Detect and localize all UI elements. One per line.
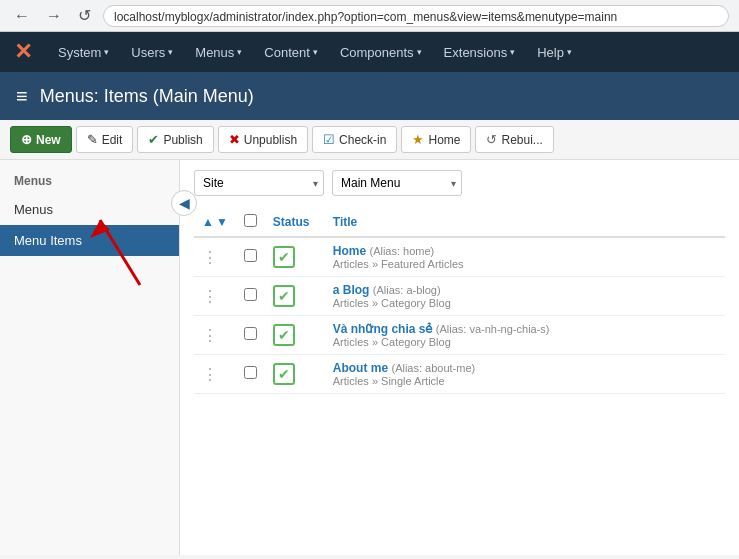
item-alias: (Alias: a-blog) [373,284,441,296]
title-cell: About me (Alias: about-me) Articles » Si… [325,355,725,394]
row-checkbox[interactable] [244,288,257,301]
page-header: ≡ Menus: Items (Main Menu) [0,72,739,120]
toolbar: ⊕ New ✎ Edit ✔ Publish ✖ Unpublish ☑ Che… [0,120,739,160]
checkbox-cell [236,237,265,277]
item-title[interactable]: Home [333,244,366,258]
url-bar[interactable]: localhost/myblogx/administrator/index.ph… [103,5,729,27]
sidebar-collapse-icon[interactable]: ◀ [171,190,197,216]
nav-menus[interactable]: Menus ▾ [185,39,252,66]
home-button[interactable]: ★ Home [401,126,471,153]
checkbox-cell [236,355,265,394]
item-title[interactable]: About me [333,361,388,375]
drag-cell: ⋮ [194,277,236,316]
nav-help-caret: ▾ [567,47,572,57]
menu-filter-wrapper: Main Menu ▾ [332,170,462,196]
row-checkbox[interactable] [244,327,257,340]
checkin-label: Check-in [339,133,386,147]
nav-content-caret: ▾ [313,47,318,57]
home-icon: ★ [412,132,424,147]
status-badge[interactable]: ✔ [273,285,295,307]
main-content: Site ▾ Main Menu ▾ ▲ ▼ [180,160,739,555]
status-cell: ✔ [265,355,325,394]
nav-users-caret: ▾ [168,47,173,57]
nav-users[interactable]: Users ▾ [121,39,183,66]
drag-cell: ⋮ [194,316,236,355]
item-alias: (Alias: home) [369,245,434,257]
status-badge[interactable]: ✔ [273,324,295,346]
nav-extensions[interactable]: Extensions ▾ [434,39,526,66]
th-drag: ▲ ▼ [194,208,236,237]
new-button[interactable]: ⊕ New [10,126,72,153]
table-row: ⋮ ✔ a Blog (Alias: a-blog) Articles » Ca… [194,277,725,316]
nav-components[interactable]: Components ▾ [330,39,432,66]
sidebar-item-menus[interactable]: Menus [0,194,179,225]
joomla-logo: ✕ [8,39,38,65]
edit-label: Edit [102,133,123,147]
drag-handle-icon[interactable]: ⋮ [202,366,218,383]
drag-cell: ⋮ [194,355,236,394]
content-area: Menus Menus Menu Items ◀ Site ▾ Main Men… [0,160,739,555]
new-label: New [36,133,61,147]
nav-content[interactable]: Content ▾ [254,39,328,66]
nav-content-label: Content [264,45,310,60]
nav-system[interactable]: System ▾ [48,39,119,66]
nav-components-label: Components [340,45,414,60]
nav-components-caret: ▾ [417,47,422,57]
sidebar: Menus Menus Menu Items ◀ [0,160,180,555]
site-filter-wrapper: Site ▾ [194,170,324,196]
nav-menus-label: Menus [195,45,234,60]
unpublish-icon: ✖ [229,132,240,147]
rebuild-label: Rebui... [501,133,542,147]
publish-button[interactable]: ✔ Publish [137,126,213,153]
new-icon: ⊕ [21,132,32,147]
back-button[interactable]: ← [10,5,34,27]
row-checkbox[interactable] [244,366,257,379]
select-all-checkbox[interactable] [244,214,257,227]
status-badge[interactable]: ✔ [273,246,295,268]
items-table: ▲ ▼ Status Title ⋮ [194,208,725,394]
drag-cell: ⋮ [194,237,236,277]
item-title[interactable]: Và những chia sẻ [333,322,433,336]
menu-filter[interactable]: Main Menu [332,170,462,196]
th-status[interactable]: Status [265,208,325,237]
edit-button[interactable]: ✎ Edit [76,126,134,153]
table-header-row: ▲ ▼ Status Title [194,208,725,237]
nav-system-label: System [58,45,101,60]
sidebar-menus-label: Menus [14,202,53,217]
status-badge[interactable]: ✔ [273,363,295,385]
table-row: ⋮ ✔ Và những chia sẻ (Alias: va-nh-ng-ch… [194,316,725,355]
drag-handle-icon[interactable]: ⋮ [202,249,218,266]
sort-down-icon[interactable]: ▼ [216,215,228,229]
item-title[interactable]: a Blog [333,283,370,297]
nav-menus-caret: ▾ [237,47,242,57]
item-subtitle: Articles » Category Blog [333,336,717,348]
title-cell: Và những chia sẻ (Alias: va-nh-ng-chia-s… [325,316,725,355]
sidebar-heading: Menus [0,168,179,194]
sort-up-icon[interactable]: ▲ [202,215,214,229]
site-filter[interactable]: Site [194,170,324,196]
filter-row: Site ▾ Main Menu ▾ [194,170,725,196]
nav-help[interactable]: Help ▾ [527,39,582,66]
status-cell: ✔ [265,316,325,355]
home-label: Home [428,133,460,147]
unpublish-button[interactable]: ✖ Unpublish [218,126,308,153]
title-cell: a Blog (Alias: a-blog) Articles » Catego… [325,277,725,316]
sidebar-item-menu-items[interactable]: Menu Items [0,225,179,256]
drag-handle-icon[interactable]: ⋮ [202,288,218,305]
item-subtitle: Articles » Category Blog [333,297,717,309]
row-checkbox[interactable] [244,249,257,262]
publish-label: Publish [163,133,202,147]
checkin-button[interactable]: ☑ Check-in [312,126,397,153]
forward-button[interactable]: → [42,5,66,27]
nav-help-label: Help [537,45,564,60]
checkbox-cell [236,316,265,355]
status-cell: ✔ [265,237,325,277]
sidebar-toggle-icon[interactable]: ≡ [16,85,28,108]
reload-button[interactable]: ↺ [74,4,95,27]
drag-handle-icon[interactable]: ⋮ [202,327,218,344]
publish-icon: ✔ [148,132,159,147]
rebuild-button[interactable]: ↺ Rebui... [475,126,553,153]
table-row: ⋮ ✔ Home (Alias: home) Articles » Featur… [194,237,725,277]
th-title[interactable]: Title [325,208,725,237]
nav-system-caret: ▾ [104,47,109,57]
